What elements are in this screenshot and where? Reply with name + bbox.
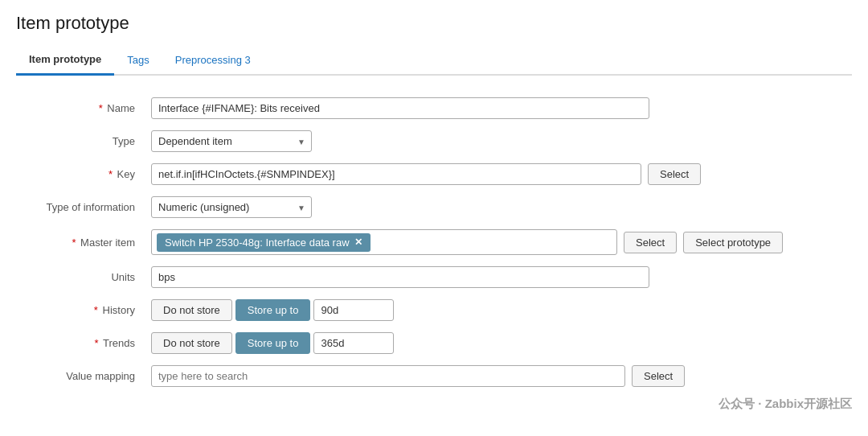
history-row: * History Do not store Store up to bbox=[16, 294, 852, 327]
trends-period-input[interactable] bbox=[313, 332, 394, 354]
key-input-row: Select bbox=[151, 163, 845, 185]
units-label-cell: Units bbox=[16, 261, 145, 294]
form-table: * Name Type Dependent item Zabbix agent bbox=[16, 92, 852, 393]
key-input[interactable] bbox=[151, 163, 641, 185]
value-mapping-input-row: Select bbox=[151, 365, 845, 387]
units-row: Units bbox=[16, 261, 852, 294]
master-item-row: * Master item Switch HP 2530-48g: Interf… bbox=[16, 224, 852, 261]
value-mapping-input[interactable] bbox=[151, 365, 625, 387]
type-of-information-row: Type of information Numeric (unsigned) N… bbox=[16, 191, 852, 224]
type-row: Type Dependent item Zabbix agent SNMP ag… bbox=[16, 125, 852, 158]
key-required: * bbox=[108, 168, 113, 180]
master-item-tag-label: Switch HP 2530-48g: Interface data raw bbox=[165, 237, 350, 249]
trends-toggle-group: Do not store Store up to bbox=[151, 332, 845, 354]
master-item-input-row: Switch HP 2530-48g: Interface data raw ✕… bbox=[151, 229, 845, 255]
tab-tags[interactable]: Tags bbox=[114, 47, 162, 74]
type-of-information-select-wrapper: Numeric (unsigned) Numeric (float) Chara… bbox=[151, 196, 312, 218]
type-of-information-label-cell: Type of information bbox=[16, 191, 145, 224]
trends-do-not-store-button[interactable]: Do not store bbox=[151, 332, 232, 354]
master-item-label: Master item bbox=[80, 237, 135, 249]
value-mapping-value-cell: Select bbox=[145, 360, 852, 393]
trends-row: * Trends Do not store Store up to bbox=[16, 327, 852, 360]
type-label-cell: Type bbox=[16, 125, 145, 158]
trends-required: * bbox=[95, 337, 99, 349]
key-label-cell: * Key bbox=[16, 158, 145, 191]
master-item-select-prototype-button[interactable]: Select prototype bbox=[683, 232, 783, 253]
history-do-not-store-button[interactable]: Do not store bbox=[151, 299, 232, 321]
name-label-cell: * Name bbox=[16, 92, 145, 125]
type-of-information-select[interactable]: Numeric (unsigned) Numeric (float) Chara… bbox=[151, 196, 312, 218]
value-mapping-select-button[interactable]: Select bbox=[632, 365, 685, 387]
history-period-input[interactable] bbox=[313, 299, 394, 321]
units-label: Units bbox=[111, 271, 135, 283]
master-item-tag: Switch HP 2530-48g: Interface data raw ✕ bbox=[157, 233, 371, 252]
master-item-required: * bbox=[72, 237, 76, 249]
key-label: Key bbox=[117, 168, 135, 180]
history-toggle-group: Do not store Store up to bbox=[151, 299, 845, 321]
trends-store-up-to-button[interactable]: Store up to bbox=[235, 332, 311, 354]
value-mapping-label-cell: Value mapping bbox=[16, 360, 145, 393]
master-item-value-cell: Switch HP 2530-48g: Interface data raw ✕… bbox=[145, 224, 852, 261]
units-input[interactable] bbox=[151, 266, 649, 288]
history-label-cell: * History bbox=[16, 294, 145, 327]
units-value-cell bbox=[145, 261, 852, 294]
name-required: * bbox=[99, 102, 103, 114]
type-of-information-label: Type of information bbox=[46, 201, 135, 213]
value-mapping-row: Value mapping Select bbox=[16, 360, 852, 393]
page-container: Item prototype Item prototype Tags Prepr… bbox=[0, 0, 868, 405]
name-input[interactable] bbox=[151, 97, 649, 119]
tab-item-prototype[interactable]: Item prototype bbox=[16, 47, 114, 76]
history-required: * bbox=[94, 304, 98, 316]
type-label: Type bbox=[113, 135, 135, 147]
tabs-bar: Item prototype Tags Preprocessing 3 bbox=[16, 47, 852, 76]
master-item-label-cell: * Master item bbox=[16, 224, 145, 261]
type-select[interactable]: Dependent item Zabbix agent SNMP agent H… bbox=[151, 130, 312, 152]
value-mapping-label: Value mapping bbox=[66, 370, 135, 382]
master-item-remove-icon[interactable]: ✕ bbox=[354, 237, 362, 248]
key-value-cell: Select bbox=[145, 158, 852, 191]
type-select-wrapper: Dependent item Zabbix agent SNMP agent H… bbox=[151, 130, 312, 152]
key-row: * Key Select bbox=[16, 158, 852, 191]
key-select-button[interactable]: Select bbox=[648, 163, 701, 185]
page-title: Item prototype bbox=[16, 13, 852, 34]
tab-preprocessing[interactable]: Preprocessing 3 bbox=[162, 47, 264, 74]
type-value-cell: Dependent item Zabbix agent SNMP agent H… bbox=[145, 125, 852, 158]
name-label: Name bbox=[107, 102, 135, 114]
name-value-cell bbox=[145, 92, 852, 125]
name-row: * Name bbox=[16, 92, 852, 125]
history-value-cell: Do not store Store up to bbox=[145, 294, 852, 327]
master-item-input-area[interactable]: Switch HP 2530-48g: Interface data raw ✕ bbox=[151, 229, 617, 255]
trends-value-cell: Do not store Store up to bbox=[145, 327, 852, 360]
type-of-information-value-cell: Numeric (unsigned) Numeric (float) Chara… bbox=[145, 191, 852, 224]
trends-label-cell: * Trends bbox=[16, 327, 145, 360]
trends-label: Trends bbox=[103, 337, 135, 349]
history-label: History bbox=[103, 304, 135, 316]
history-store-up-to-button[interactable]: Store up to bbox=[235, 299, 311, 321]
master-item-select-button[interactable]: Select bbox=[624, 232, 677, 253]
